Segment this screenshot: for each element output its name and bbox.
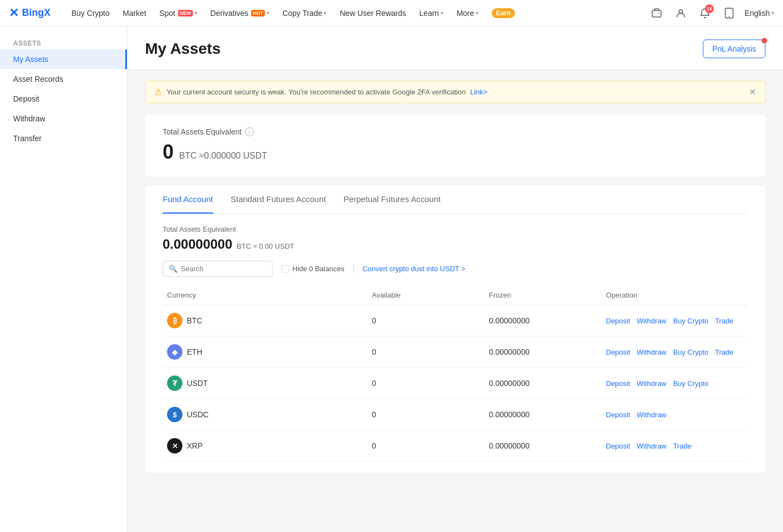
op-buy-crypto-usdt[interactable]: Buy Crypto — [673, 379, 708, 388]
op-trade-eth[interactable]: Trade — [715, 348, 733, 356]
sidebar-item-deposit[interactable]: Deposit — [0, 89, 127, 109]
security-alert-banner: ⚠ Your current account security is weak.… — [145, 81, 765, 103]
available-balance-btc: 0 — [368, 305, 485, 337]
alert-content: ⚠ Your current account security is weak.… — [154, 87, 487, 97]
total-assets-label: Total Assets Equivalent i — [163, 127, 748, 136]
col-currency: Currency — [163, 285, 368, 305]
tab-fund-account[interactable]: Fund Account — [163, 186, 213, 214]
currency-name: USDT — [187, 379, 208, 388]
total-assets-info-icon[interactable]: i — [245, 127, 254, 136]
profile-icon-btn[interactable] — [672, 4, 690, 22]
hide-zero-balance-toggle[interactable]: Hide 0 Balances — [281, 265, 345, 273]
operations-usdt: DepositWithdrawBuy Crypto — [602, 368, 748, 399]
nav-learn[interactable]: Learn ▾ — [414, 5, 449, 21]
op-buy-crypto-eth[interactable]: Buy Crypto — [673, 348, 708, 356]
currency-name: XRP — [187, 441, 203, 450]
spot-badge: NEW — [178, 10, 193, 16]
op-withdraw-xrp[interactable]: Withdraw — [637, 442, 667, 450]
usdt-currency-icon: ₮ — [167, 376, 182, 391]
alert-link[interactable]: Link> — [470, 88, 487, 96]
fund-assets-label: Total Assets Equivalent — [163, 225, 748, 233]
wallet-icon-btn[interactable] — [648, 4, 665, 22]
alert-message: Your current account security is weak. Y… — [166, 88, 466, 96]
nav-new-user-rewards[interactable]: New User Rewards — [334, 5, 412, 21]
nav-spot[interactable]: Spot NEW ▾ — [154, 5, 203, 21]
total-assets-section: Total Assets Equivalent i 0 BTC ≈0.00000… — [145, 114, 765, 177]
nav-buy-crypto[interactable]: Buy Crypto — [66, 5, 115, 21]
op-buy-crypto-btc[interactable]: Buy Crypto — [673, 317, 708, 325]
hide-zero-checkbox[interactable] — [281, 265, 289, 273]
nav-market[interactable]: Market — [117, 5, 152, 21]
pnl-analysis-button[interactable]: PnL Analysis — [703, 40, 765, 58]
user-icon — [675, 8, 686, 19]
op-deposit-xrp[interactable]: Deposit — [606, 442, 630, 450]
usdc-currency-icon: $ — [167, 407, 182, 422]
currency-cell-eth: ◆ ETH — [163, 337, 368, 368]
sidebar-item-transfer[interactable]: Transfer — [0, 128, 127, 148]
learn-chevron: ▾ — [441, 10, 443, 16]
alert-close-button[interactable]: ✕ — [749, 87, 756, 97]
table-row: ◆ ETH 00.00000000DepositWithdrawBuy Cryp… — [163, 337, 748, 368]
currency-cell-usdc: $ USDC — [163, 399, 368, 430]
tabs-row: Fund Account Standard Futures Account Pe… — [163, 186, 748, 214]
currency-cell-xrp: ✕ XRP — [163, 430, 368, 462]
tab-standard-futures[interactable]: Standard Futures Account — [231, 186, 326, 214]
notification-icon-btn[interactable]: 15 — [696, 4, 714, 22]
sidebar-item-withdraw[interactable]: Withdraw — [0, 109, 127, 128]
operations-xrp: DepositWithdrawTrade — [602, 430, 748, 462]
nav-more[interactable]: More ▾ — [451, 5, 484, 21]
operations-eth: DepositWithdrawBuy CryptoTrade — [602, 337, 748, 368]
sidebar-item-asset-records[interactable]: Asset Records — [0, 69, 127, 89]
spot-chevron: ▾ — [195, 10, 197, 16]
op-withdraw-eth[interactable]: Withdraw — [637, 348, 667, 356]
logo-text: BingX — [22, 7, 51, 19]
total-btc-value: 0 — [163, 141, 174, 164]
convert-dust-link[interactable]: Convert crypto dust into USDT > — [363, 265, 465, 273]
currency-cell-btc: ₿ BTC — [163, 305, 368, 337]
available-balance-usdc: 0 — [368, 399, 485, 430]
page-header: My Assets PnL Analysis — [127, 26, 783, 70]
filter-divider — [353, 265, 354, 273]
table-row: $ USDC 00.00000000DepositWithdraw — [163, 399, 748, 430]
nav-copy-trade[interactable]: Copy Trade ▾ — [277, 5, 332, 21]
table-row: ₮ USDT 00.00000000DepositWithdrawBuy Cry… — [163, 368, 748, 399]
derivatives-badge: HOT — [251, 10, 265, 16]
col-operation: Operation — [602, 285, 748, 305]
nav-earn[interactable]: Earn — [486, 5, 521, 21]
op-trade-xrp[interactable]: Trade — [673, 442, 691, 450]
asset-table: Currency Available Frozen Operation ₿ BT… — [163, 285, 748, 462]
language-selector[interactable]: English ▾ — [745, 9, 774, 18]
logo[interactable]: ✕ BingX — [9, 7, 51, 19]
notification-count: 15 — [705, 4, 714, 13]
alert-warning-icon: ⚠ — [154, 87, 162, 97]
frozen-balance-xrp: 0.00000000 — [485, 430, 602, 462]
op-deposit-usdt[interactable]: Deposit — [606, 379, 630, 388]
operations-usdc: DepositWithdraw — [602, 399, 748, 430]
nav-derivatives[interactable]: Derivatives HOT ▾ — [205, 5, 275, 21]
op-withdraw-usdt[interactable]: Withdraw — [637, 379, 667, 388]
sidebar-item-my-assets[interactable]: My Assets — [0, 49, 127, 69]
tab-perpetual-futures[interactable]: Perpetual Futures Account — [343, 186, 441, 214]
mobile-icon — [724, 8, 734, 19]
xrp-currency-icon: ✕ — [167, 438, 182, 453]
sidebar: Assets My Assets Asset Records Deposit W… — [0, 26, 127, 532]
op-deposit-usdc[interactable]: Deposit — [606, 411, 630, 419]
logo-icon: ✕ — [9, 7, 21, 19]
op-withdraw-btc[interactable]: Withdraw — [637, 317, 667, 325]
mobile-icon-btn[interactable] — [720, 4, 738, 22]
op-deposit-btc[interactable]: Deposit — [606, 317, 630, 325]
op-deposit-eth[interactable]: Deposit — [606, 348, 630, 356]
frozen-balance-eth: 0.00000000 — [485, 337, 602, 368]
frozen-balance-usdt: 0.00000000 — [485, 368, 602, 399]
sidebar-section-label: Assets — [0, 35, 127, 49]
op-trade-btc[interactable]: Trade — [715, 317, 733, 325]
search-input[interactable] — [181, 265, 266, 273]
fund-usdt-value: BTC ≈ 0.00 USDT — [237, 242, 295, 250]
search-box[interactable]: 🔍 — [163, 261, 273, 277]
eth-currency-icon: ◆ — [167, 344, 182, 360]
nav-right: 15 English ▾ — [648, 4, 774, 22]
op-withdraw-usdc[interactable]: Withdraw — [637, 411, 667, 419]
lang-chevron: ▾ — [771, 10, 774, 16]
asset-table-body: ₿ BTC 00.00000000DepositWithdrawBuy Cryp… — [163, 305, 748, 462]
table-row: ✕ XRP 00.00000000DepositWithdrawTrade — [163, 430, 748, 462]
